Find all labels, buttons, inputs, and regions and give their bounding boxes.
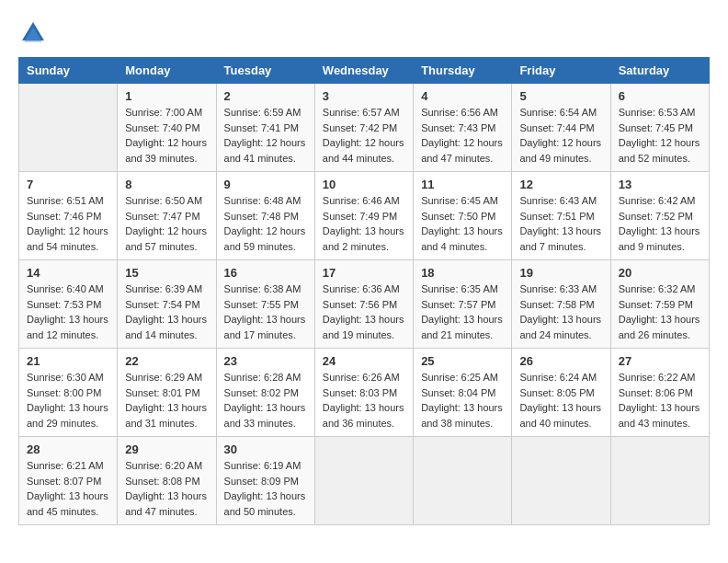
day-number: 7 [27, 178, 109, 191]
day-number: 15 [125, 266, 208, 280]
calendar-cell: 11Sunrise: 6:45 AM Sunset: 7:50 PM Dayli… [414, 172, 512, 260]
day-info: Sunrise: 6:53 AM Sunset: 7:45 PM Dayligh… [619, 105, 701, 166]
day-number: 25 [421, 354, 504, 368]
calendar-cell [414, 437, 512, 525]
day-info: Sunrise: 6:57 AM Sunset: 7:42 PM Dayligh… [323, 105, 405, 166]
logo-icon [18, 18, 48, 48]
calendar-cell: 21Sunrise: 6:30 AM Sunset: 8:00 PM Dayli… [19, 349, 118, 437]
day-info: Sunrise: 6:45 AM Sunset: 7:50 PM Dayligh… [421, 193, 504, 254]
day-info: Sunrise: 6:46 AM Sunset: 7:49 PM Dayligh… [323, 193, 405, 254]
day-number: 13 [619, 178, 701, 191]
calendar-cell: 9Sunrise: 6:48 AM Sunset: 7:48 PM Daylig… [216, 172, 314, 260]
day-info: Sunrise: 6:22 AM Sunset: 8:06 PM Dayligh… [619, 370, 701, 431]
week-row-4: 21Sunrise: 6:30 AM Sunset: 8:00 PM Dayli… [19, 349, 710, 437]
column-header-monday: Monday [118, 58, 216, 84]
day-info: Sunrise: 6:38 AM Sunset: 7:55 PM Dayligh… [224, 282, 307, 342]
calendar-cell: 24Sunrise: 6:26 AM Sunset: 8:03 PM Dayli… [314, 349, 413, 437]
day-number: 6 [619, 89, 701, 103]
day-number: 27 [619, 354, 701, 368]
calendar-cell: 14Sunrise: 6:40 AM Sunset: 7:53 PM Dayli… [19, 260, 118, 349]
column-header-saturday: Saturday [610, 58, 709, 84]
calendar-cell: 25Sunrise: 6:25 AM Sunset: 8:04 PM Dayli… [414, 349, 512, 437]
day-info: Sunrise: 6:48 AM Sunset: 7:48 PM Dayligh… [224, 193, 307, 254]
day-number: 26 [519, 354, 602, 368]
calendar-cell [610, 437, 709, 525]
day-info: Sunrise: 6:26 AM Sunset: 8:03 PM Dayligh… [323, 370, 405, 431]
day-info: Sunrise: 6:21 AM Sunset: 8:07 PM Dayligh… [27, 458, 109, 519]
day-number: 19 [519, 266, 602, 280]
calendar-cell: 8Sunrise: 6:50 AM Sunset: 7:47 PM Daylig… [118, 172, 216, 260]
week-row-5: 28Sunrise: 6:21 AM Sunset: 8:07 PM Dayli… [19, 437, 710, 525]
day-number: 28 [27, 442, 109, 456]
day-info: Sunrise: 6:51 AM Sunset: 7:46 PM Dayligh… [27, 193, 109, 254]
calendar-cell: 10Sunrise: 6:46 AM Sunset: 7:49 PM Dayli… [314, 172, 413, 260]
calendar-cell: 4Sunrise: 6:56 AM Sunset: 7:43 PM Daylig… [414, 84, 512, 172]
day-info: Sunrise: 6:20 AM Sunset: 8:08 PM Dayligh… [125, 458, 208, 519]
calendar-cell: 30Sunrise: 6:19 AM Sunset: 8:09 PM Dayli… [216, 437, 314, 525]
day-number: 2 [224, 89, 307, 103]
day-info: Sunrise: 6:59 AM Sunset: 7:41 PM Dayligh… [224, 105, 307, 166]
column-header-tuesday: Tuesday [216, 58, 314, 84]
calendar-cell: 17Sunrise: 6:36 AM Sunset: 7:56 PM Dayli… [314, 260, 413, 349]
day-number: 5 [519, 89, 602, 103]
day-info: Sunrise: 6:25 AM Sunset: 8:04 PM Dayligh… [421, 370, 504, 431]
calendar-cell: 23Sunrise: 6:28 AM Sunset: 8:02 PM Dayli… [216, 349, 314, 437]
calendar-table: SundayMondayTuesdayWednesdayThursdayFrid… [18, 57, 710, 525]
day-number: 16 [224, 266, 307, 280]
logo [18, 18, 53, 48]
day-number: 17 [323, 266, 405, 280]
calendar-cell: 1Sunrise: 7:00 AM Sunset: 7:40 PM Daylig… [118, 84, 216, 172]
day-number: 3 [323, 89, 405, 103]
day-number: 22 [125, 354, 208, 368]
column-header-friday: Friday [512, 58, 610, 84]
day-info: Sunrise: 6:35 AM Sunset: 7:57 PM Dayligh… [421, 282, 504, 342]
calendar-cell: 16Sunrise: 6:38 AM Sunset: 7:55 PM Dayli… [216, 260, 314, 349]
day-info: Sunrise: 6:50 AM Sunset: 7:47 PM Dayligh… [125, 193, 208, 254]
column-header-wednesday: Wednesday [314, 58, 413, 84]
header-row: SundayMondayTuesdayWednesdayThursdayFrid… [19, 58, 710, 84]
day-info: Sunrise: 6:32 AM Sunset: 7:59 PM Dayligh… [619, 282, 701, 342]
day-number: 12 [519, 178, 602, 191]
calendar-cell [314, 437, 413, 525]
calendar-cell: 12Sunrise: 6:43 AM Sunset: 7:51 PM Dayli… [512, 172, 610, 260]
day-info: Sunrise: 6:42 AM Sunset: 7:52 PM Dayligh… [619, 193, 701, 254]
day-info: Sunrise: 6:40 AM Sunset: 7:53 PM Dayligh… [27, 282, 109, 342]
calendar-cell: 19Sunrise: 6:33 AM Sunset: 7:58 PM Dayli… [512, 260, 610, 349]
day-info: Sunrise: 6:39 AM Sunset: 7:54 PM Dayligh… [125, 282, 208, 342]
day-info: Sunrise: 6:24 AM Sunset: 8:05 PM Dayligh… [519, 370, 602, 431]
day-number: 29 [125, 442, 208, 456]
calendar-cell: 6Sunrise: 6:53 AM Sunset: 7:45 PM Daylig… [610, 84, 709, 172]
week-row-2: 7Sunrise: 6:51 AM Sunset: 7:46 PM Daylig… [19, 172, 710, 260]
day-number: 14 [27, 266, 109, 280]
calendar-cell: 20Sunrise: 6:32 AM Sunset: 7:59 PM Dayli… [610, 260, 709, 349]
week-row-1: 1Sunrise: 7:00 AM Sunset: 7:40 PM Daylig… [19, 84, 710, 172]
day-info: Sunrise: 6:29 AM Sunset: 8:01 PM Dayligh… [125, 370, 208, 431]
page-header [18, 18, 710, 48]
day-info: Sunrise: 6:28 AM Sunset: 8:02 PM Dayligh… [224, 370, 307, 431]
calendar-cell: 27Sunrise: 6:22 AM Sunset: 8:06 PM Dayli… [610, 349, 709, 437]
day-info: Sunrise: 6:36 AM Sunset: 7:56 PM Dayligh… [323, 282, 405, 342]
day-number: 9 [224, 178, 307, 191]
calendar-cell: 5Sunrise: 6:54 AM Sunset: 7:44 PM Daylig… [512, 84, 610, 172]
calendar-cell [19, 84, 118, 172]
day-number: 20 [619, 266, 701, 280]
calendar-cell: 13Sunrise: 6:42 AM Sunset: 7:52 PM Dayli… [610, 172, 709, 260]
calendar-cell: 3Sunrise: 6:57 AM Sunset: 7:42 PM Daylig… [314, 84, 413, 172]
day-number: 4 [421, 89, 504, 103]
calendar-cell: 18Sunrise: 6:35 AM Sunset: 7:57 PM Dayli… [414, 260, 512, 349]
day-number: 21 [27, 354, 109, 368]
day-number: 18 [421, 266, 504, 280]
day-info: Sunrise: 6:30 AM Sunset: 8:00 PM Dayligh… [27, 370, 109, 431]
calendar-cell: 15Sunrise: 6:39 AM Sunset: 7:54 PM Dayli… [118, 260, 216, 349]
calendar-cell: 26Sunrise: 6:24 AM Sunset: 8:05 PM Dayli… [512, 349, 610, 437]
calendar-cell [512, 437, 610, 525]
calendar-cell: 2Sunrise: 6:59 AM Sunset: 7:41 PM Daylig… [216, 84, 314, 172]
calendar-cell: 29Sunrise: 6:20 AM Sunset: 8:08 PM Dayli… [118, 437, 216, 525]
column-header-sunday: Sunday [19, 58, 118, 84]
day-number: 8 [125, 178, 208, 191]
day-number: 10 [323, 178, 405, 191]
day-number: 30 [224, 442, 307, 456]
day-number: 23 [224, 354, 307, 368]
day-info: Sunrise: 6:33 AM Sunset: 7:58 PM Dayligh… [519, 282, 602, 342]
day-info: Sunrise: 6:43 AM Sunset: 7:51 PM Dayligh… [519, 193, 602, 254]
